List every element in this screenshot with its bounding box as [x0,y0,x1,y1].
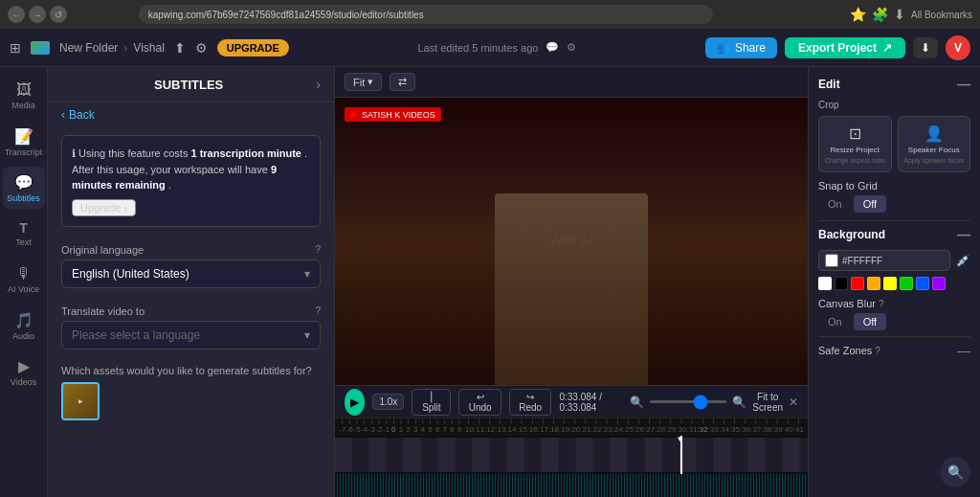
media-label: Media [11,101,35,110]
original-language-info-icon[interactable]: ? [315,244,321,255]
sidebar-item-audio[interactable]: 🎵 Audio [3,305,45,347]
swatch-purple[interactable] [932,277,946,290]
swatch-white[interactable] [818,277,832,290]
sidebar-item-ai-voice[interactable]: 🎙 AI Voice [3,259,45,301]
export-button[interactable]: Export Project ↗ [785,37,905,58]
upgrade-button[interactable]: UPGRADE [217,39,289,56]
sidebar-item-videos[interactable]: ▶ Videos [3,350,45,393]
canvas-blur-header: Canvas Blur ? [818,298,970,309]
timeline-track[interactable]: ▼ [335,436,808,474]
snap-on-option[interactable]: On [818,195,852,213]
ruler-mark: :23 [602,418,612,434]
settings-icon[interactable]: ⚙ [195,40,208,56]
resize-button[interactable]: ⇄ [390,73,415,91]
url-bar[interactable]: kapwing.com/67b69e7247569cdf81a24559/stu… [139,5,713,24]
back-button[interactable]: ← [8,6,25,23]
track-thumb [559,438,576,472]
color-input-box[interactable]: #FFFFFF [818,250,950,271]
translate-info-icon[interactable]: ? [315,305,321,316]
background-section: Background — #FFFFFF 💉 [818,227,970,290]
redo-button[interactable]: ↪ Redo [509,389,552,416]
forward-button[interactable]: → [29,6,46,23]
split-button[interactable]: ⎪ Split [412,389,451,416]
ruler-mark: :10 [463,418,474,434]
color-hex: #FFFFFF [842,256,882,266]
main-layout: 🖼 Media 📝 Transcript 💬 Subtitles T Text … [0,67,980,497]
track-thumbnails [335,438,808,472]
last-edited-text: Last edited 5 minutes ago [417,42,538,54]
timeline-time: 0:33.084 / 0:33.084 [559,392,622,413]
playhead[interactable]: ▼ [680,436,682,474]
track-thumb [783,438,800,472]
speaker-focus-button[interactable]: 👤 Speaker Focus Apply speaker focus [898,116,971,172]
share-button[interactable]: 👥 Share [705,37,777,58]
ruler-mark: :24 [612,418,623,434]
safe-zones-info-icon[interactable]: ? [875,346,880,356]
grid-icon[interactable]: ⊞ [10,40,21,56]
resize-project-subtitle: Change aspect ratio [825,157,885,164]
search-button[interactable]: 🔍 [940,457,970,487]
back-button[interactable]: ‹ Back [48,102,334,127]
ruler-mark: :18 [548,418,559,434]
swatch-green[interactable] [900,277,913,290]
blur-on-option[interactable]: On [818,313,852,330]
panel-close[interactable]: › [316,77,321,92]
ruler-mark: :20 [569,418,580,434]
header-middle: Last edited 5 minutes ago 💬 ⚙ [299,41,696,54]
video-placeholder: ▶ SATISH K VIDEOS WUI.AI [335,98,808,385]
swatch-blue[interactable] [916,277,929,290]
asset-thumb[interactable]: ▶ [61,382,100,420]
edit-minimize-button[interactable]: — [957,77,970,92]
download-button[interactable]: ⬇ [913,37,938,58]
upgrade-link-button[interactable]: Upgrade › [72,199,136,216]
blur-off-option[interactable]: Off [854,313,886,330]
ruler-mark: :31 [687,418,698,434]
ruler-mark: :41 [793,418,804,434]
ruler-mark: 3 [412,418,419,434]
snap-label: Snap to Grid [818,180,970,192]
sidebar-item-text[interactable]: T Text [3,213,45,255]
play-button[interactable]: ▶ [345,389,365,416]
edit-section: Edit — Crop ⊡ Resize Project Change aspe… [818,77,970,358]
eyedropper-icon[interactable]: 💉 [956,254,970,267]
panel-header: SUBTITLES › [48,67,334,102]
track-thumb [507,438,524,472]
swatch-red[interactable] [851,277,864,290]
color-swatch [825,254,838,267]
sidebar-item-subtitles[interactable]: 💬 Subtitles [3,167,45,209]
zoom-slider[interactable] [650,400,726,403]
track-thumb [421,438,438,472]
edit-label: Edit [818,78,840,91]
track-thumb [697,438,714,472]
speed-button[interactable]: 1.0x [372,394,404,410]
back-arrow-icon: ‹ [61,108,65,122]
canvas-blur-info-icon[interactable]: ? [879,299,884,309]
upload-icon[interactable]: ⬆ [174,40,186,56]
logo-box [31,41,50,55]
sidebar-item-transcript[interactable]: 📝 Transcript [3,121,45,163]
language-select[interactable]: English (United States) ▾ [61,260,321,288]
swatch-orange[interactable] [867,277,880,290]
close-timeline-button[interactable]: ✕ [789,395,798,409]
snap-off-option[interactable]: Off [854,195,886,213]
swatch-black[interactable] [835,277,848,290]
asset-thumbnails: ▶ [61,382,321,420]
fit-screen-button[interactable]: Fit to Screen [752,392,783,413]
zoom-in-icon[interactable]: 🔍 [732,395,746,409]
original-language-label: Original language ? [48,235,334,260]
fit-button[interactable]: Fit ▾ [345,73,382,91]
safe-zones-minimize-button[interactable]: — [957,343,970,358]
undo-button[interactable]: ↩ Undo [458,389,501,416]
background-minimize-button[interactable]: — [957,227,970,242]
track-thumb [645,438,662,472]
swatch-yellow[interactable] [883,277,897,290]
sidebar-item-media[interactable]: 🖼 Media [3,75,45,117]
settings-icon2[interactable]: ⚙ [567,41,576,54]
speaker-focus-label: Speaker Focus [908,146,960,154]
bottom-section: ▶ 1.0x ⎪ Split ↩ Undo ↪ Redo 0:33.084 / … [335,385,808,497]
zoom-out-icon[interactable]: 🔍 [630,395,644,409]
refresh-button[interactable]: ↺ [50,6,67,23]
breadcrumb: New Folder › Vishal [59,41,165,55]
resize-project-button[interactable]: ⊡ Resize Project Change aspect ratio [818,116,892,172]
translate-select[interactable]: Please select a language ▾ [61,321,321,350]
